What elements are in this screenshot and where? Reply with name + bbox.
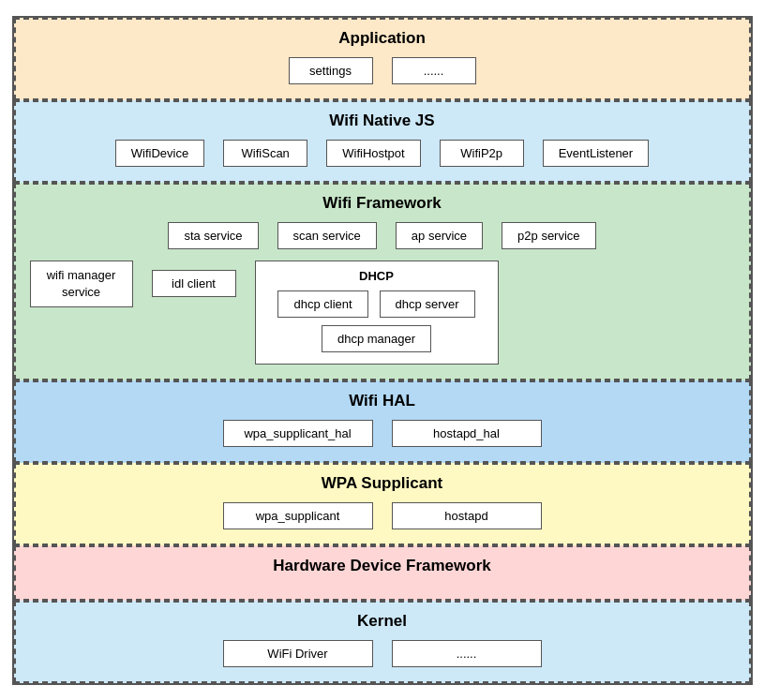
dhcp-manager-row: dhcp manager xyxy=(267,325,487,352)
wifi-driver: WiFi Driver xyxy=(223,640,373,667)
wpa-supplicant-hal: wpa_supplicant_hal xyxy=(223,420,373,447)
wpa-title: WPA Supplicant xyxy=(30,474,735,493)
framework-left-items: wifi managerservice idl client xyxy=(30,261,236,307)
dhcp-client: dhcp client xyxy=(277,290,367,318)
hal-layer: Wifi HAL wpa_supplicant_hal hostapd_hal xyxy=(14,380,751,463)
native-js-title: Wifi Native JS xyxy=(30,112,735,130)
kernel-items: WiFi Driver ...... xyxy=(30,640,735,667)
sta-service: sta service xyxy=(168,222,258,249)
hal-items: wpa_supplicant_hal hostapd_hal xyxy=(30,420,735,447)
native-js-items: WifiDevice WifiScan WifiHostpot WifiP2p … xyxy=(30,140,735,167)
application-layer: Application settings ...... xyxy=(14,18,751,100)
framework-title: Wifi Framework xyxy=(30,194,735,213)
application-title: Application xyxy=(30,29,735,48)
dhcp-manager: dhcp manager xyxy=(322,325,431,352)
idl-client: idl client xyxy=(152,270,236,297)
app-settings: settings xyxy=(289,57,373,84)
framework-bottom-row: wifi managerservice idl client DHCP dhcp… xyxy=(30,261,735,365)
native-js-layer: Wifi Native JS WifiDevice WifiScan WifiH… xyxy=(14,100,751,183)
hardware-title: Hardware Device Framework xyxy=(30,557,735,575)
wifi-device: WifiDevice xyxy=(115,140,204,167)
framework-layer: Wifi Framework sta service scan service … xyxy=(14,183,751,380)
hostapd: hostapd xyxy=(392,502,542,529)
wpa-layer: WPA Supplicant wpa_supplicant hostapd xyxy=(14,463,751,545)
scan-service: scan service xyxy=(277,222,377,249)
architecture-diagram: Application settings ...... Wifi Native … xyxy=(12,16,753,685)
dhcp-clients-row: dhcp client dhcp server xyxy=(267,290,487,318)
framework-top-row: sta service scan service ap service p2p … xyxy=(30,222,735,249)
wifi-p2p: WifiP2p xyxy=(440,140,524,167)
hostapd-hal: hostapd_hal xyxy=(392,420,542,447)
kernel-title: Kernel xyxy=(30,612,735,631)
wifi-manager-service: wifi managerservice xyxy=(30,261,133,307)
application-items: settings ...... xyxy=(30,57,735,84)
wifi-hostpot: WifiHostpot xyxy=(326,140,420,167)
dhcp-title: DHCP xyxy=(267,269,487,283)
app-ellipsis: ...... xyxy=(392,57,476,84)
ap-service: ap service xyxy=(396,222,483,249)
p2p-service: p2p service xyxy=(502,222,595,249)
hal-title: Wifi HAL xyxy=(30,392,735,410)
dhcp-section: DHCP dhcp client dhcp server dhcp manage… xyxy=(255,261,499,365)
framework-content: sta service scan service ap service p2p … xyxy=(30,222,735,365)
hardware-layer: Hardware Device Framework xyxy=(14,545,751,601)
wpa-supplicant: wpa_supplicant xyxy=(223,502,373,529)
wifi-scan: WifiScan xyxy=(223,140,307,167)
event-listener: EventListener xyxy=(543,140,650,167)
wpa-items: wpa_supplicant hostapd xyxy=(30,502,735,529)
kernel-ellipsis: ...... xyxy=(392,640,542,667)
kernel-layer: Kernel WiFi Driver ...... xyxy=(14,601,751,683)
dhcp-server: dhcp server xyxy=(380,290,475,318)
